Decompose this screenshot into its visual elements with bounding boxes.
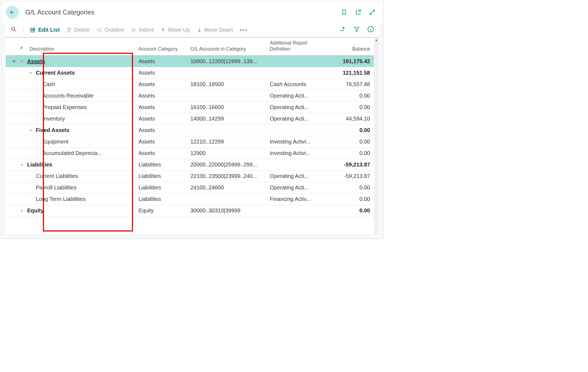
- account-category-cell[interactable]: Liabilities: [136, 194, 188, 205]
- balance-cell[interactable]: 0.00: [322, 205, 374, 216]
- description-cell[interactable]: Accounts Receivable: [17, 90, 126, 102]
- table-row[interactable]: Fixed AssetsAssets0.00: [6, 125, 374, 136]
- search-icon[interactable]: [11, 26, 17, 34]
- table-row[interactable]: Prepaid ExpensesAssets16100..16600Operat…: [6, 102, 374, 113]
- gl-accounts-cell[interactable]: 24100..24600: [188, 182, 267, 194]
- balance-cell[interactable]: -59,213.87: [322, 159, 374, 171]
- vertical-scrollbar[interactable]: ▲: [374, 37, 379, 234]
- table-row[interactable]: CashAssets18100..18500Cash Accounts76,55…: [6, 79, 374, 90]
- description-cell[interactable]: Accumulated Deprecia...: [17, 148, 126, 159]
- share-icon[interactable]: [339, 26, 346, 34]
- account-category-cell[interactable]: Assets: [136, 113, 188, 125]
- table-row[interactable]: Current LiabilitiesLiabilities22100..235…: [6, 171, 374, 182]
- table-row[interactable]: EquityEquity30000..30310|399990.00: [6, 205, 374, 216]
- description-cell[interactable]: Equipment: [17, 136, 126, 148]
- col-description[interactable]: Description: [17, 37, 126, 55]
- chevron-down-icon[interactable]: [19, 162, 24, 167]
- description-cell[interactable]: Liabilities: [17, 159, 126, 171]
- report-definition-cell[interactable]: [267, 159, 322, 171]
- description-cell[interactable]: Cash: [17, 79, 126, 90]
- table-row[interactable]: Accounts ReceivableAssetsOperating Acti.…: [6, 90, 374, 102]
- account-category-cell[interactable]: Assets: [136, 55, 188, 67]
- table-row[interactable]: EquipmentAssets12210..12299Investing Act…: [6, 136, 374, 148]
- balance-cell[interactable]: 76,557.48: [322, 79, 374, 90]
- indent-button[interactable]: Indent: [131, 27, 154, 33]
- gl-accounts-cell[interactable]: 12900: [188, 148, 267, 159]
- gl-accounts-cell[interactable]: 12210..12299: [188, 136, 267, 148]
- account-category-cell[interactable]: Assets: [136, 102, 188, 113]
- info-icon[interactable]: [367, 26, 374, 34]
- balance-cell[interactable]: 0.00: [322, 194, 374, 205]
- report-definition-cell[interactable]: [267, 125, 322, 136]
- chevron-down-icon[interactable]: [19, 59, 24, 64]
- account-category-cell[interactable]: Liabilities: [136, 182, 188, 194]
- col-report-def[interactable]: Additional Report Definition: [267, 37, 322, 55]
- description-cell[interactable]: Current Assets: [17, 67, 126, 79]
- gl-accounts-cell[interactable]: 16100..16600: [188, 102, 267, 113]
- chevron-down-icon[interactable]: [19, 208, 24, 213]
- gl-accounts-cell[interactable]: 20000..22000|25999..299...: [188, 159, 267, 171]
- delete-button[interactable]: Delete: [66, 27, 90, 33]
- table-row[interactable]: LiabilitiesLiabilities20000..22000|25999…: [6, 159, 374, 171]
- account-category-cell[interactable]: Assets: [136, 90, 188, 102]
- gl-accounts-cell[interactable]: [188, 67, 267, 79]
- description-cell[interactable]: Current Liabilities: [17, 171, 126, 182]
- table-row[interactable]: Assets⋮Assets10000..12200|12999..139...1…: [6, 55, 374, 67]
- gl-accounts-cell[interactable]: [188, 194, 267, 205]
- description-cell[interactable]: Long Term Liabilities: [17, 194, 126, 205]
- more-actions-icon[interactable]: •••: [240, 27, 247, 34]
- chevron-down-icon[interactable]: [28, 71, 33, 75]
- move-up-button[interactable]: Move Up: [160, 27, 190, 33]
- table-row[interactable]: InventoryAssets14000..14299Operating Act…: [6, 113, 374, 125]
- gl-accounts-cell[interactable]: 30000..30310|39999: [188, 205, 267, 216]
- account-category-cell[interactable]: Assets: [136, 125, 188, 136]
- account-category-cell[interactable]: Assets: [136, 67, 188, 79]
- filter-icon[interactable]: [354, 26, 360, 34]
- col-account-category[interactable]: Account Category: [136, 37, 188, 55]
- col-balance[interactable]: Balance: [322, 37, 374, 55]
- outdent-button[interactable]: Outdent: [96, 27, 124, 33]
- account-category-cell[interactable]: Assets: [136, 148, 188, 159]
- balance-cell[interactable]: 0.00: [322, 102, 374, 113]
- gl-accounts-cell[interactable]: [188, 90, 267, 102]
- description-cell[interactable]: Fixed Assets: [17, 125, 126, 136]
- report-definition-cell[interactable]: [267, 205, 322, 216]
- account-category-cell[interactable]: Liabilities: [136, 171, 188, 182]
- report-definition-cell[interactable]: [267, 67, 322, 79]
- gl-accounts-cell[interactable]: 22100..23500|23999..240...: [188, 171, 267, 182]
- report-definition-cell[interactable]: [267, 55, 322, 67]
- table-row[interactable]: Accumulated Deprecia...Assets12900Invest…: [6, 148, 374, 159]
- report-definition-cell[interactable]: Operating Acti...: [267, 182, 322, 194]
- description-cell[interactable]: Assets: [17, 55, 126, 67]
- bookmark-icon[interactable]: [341, 9, 347, 16]
- description-cell[interactable]: Inventory: [17, 113, 126, 125]
- description-cell[interactable]: Payroll Liabilities: [17, 182, 126, 194]
- gl-accounts-cell[interactable]: 18100..18500: [188, 79, 267, 90]
- table-row[interactable]: Payroll LiabilitiesLiabilities24100..246…: [6, 182, 374, 194]
- report-definition-cell[interactable]: Investing Activi...: [267, 148, 322, 159]
- move-down-button[interactable]: Move Down: [197, 27, 233, 33]
- balance-cell[interactable]: 44,594.10: [322, 113, 374, 125]
- edit-list-button[interactable]: Edit List: [30, 27, 60, 33]
- account-category-cell[interactable]: Liabilities: [136, 159, 188, 171]
- report-definition-cell[interactable]: Investing Activi...: [267, 136, 322, 148]
- description-cell[interactable]: Equity: [17, 205, 126, 216]
- balance-cell[interactable]: 191,175.42: [322, 55, 374, 67]
- table-row[interactable]: Current AssetsAssets121,151.58: [6, 67, 374, 79]
- report-definition-cell[interactable]: Operating Acti...: [267, 102, 322, 113]
- gl-accounts-cell[interactable]: [188, 125, 267, 136]
- account-category-cell[interactable]: Assets: [136, 79, 188, 90]
- balance-cell[interactable]: 121,151.58: [322, 67, 374, 79]
- balance-cell[interactable]: 0.00: [322, 125, 374, 136]
- balance-cell[interactable]: 0.00: [322, 148, 374, 159]
- report-definition-cell[interactable]: Operating Acti...: [267, 90, 322, 102]
- col-gl-accounts[interactable]: G/L Accounts in Category: [188, 37, 267, 55]
- back-button[interactable]: [6, 6, 19, 19]
- expand-icon[interactable]: [369, 9, 376, 16]
- gl-accounts-cell[interactable]: 10000..12200|12999..139...: [188, 55, 267, 67]
- report-definition-cell[interactable]: Operating Acti...: [267, 171, 322, 182]
- table-row[interactable]: Long Term LiabilitiesLiabilitiesFinancin…: [6, 194, 374, 205]
- report-definition-cell[interactable]: Financing Activ...: [267, 194, 322, 205]
- balance-cell[interactable]: 0.00: [322, 136, 374, 148]
- report-definition-cell[interactable]: Operating Acti...: [267, 113, 322, 125]
